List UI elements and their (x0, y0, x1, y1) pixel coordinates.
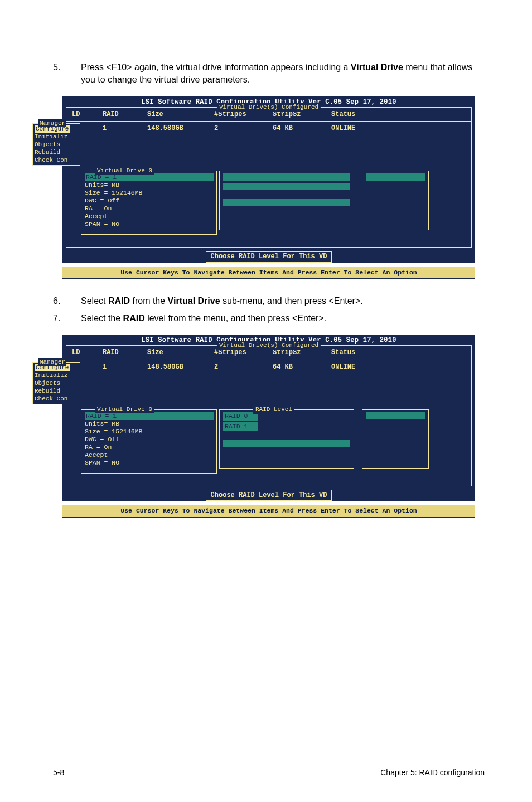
cell-size: 148.580GB (147, 124, 214, 133)
cell-stripes: 2 (214, 363, 273, 372)
green-bar (223, 440, 350, 447)
left-menu: Manager Configure Initializ Objects Rebu… (32, 362, 80, 404)
col-ld: LD (72, 348, 103, 357)
vd0-line: DWC = Off (85, 197, 119, 204)
step6-e: sub-menu, and then press <Enter>. (220, 296, 363, 306)
vd0-label: Virtual Drive 0 (95, 167, 154, 175)
vd0-line: SPAN = NO (85, 220, 119, 228)
green-bar (366, 412, 425, 419)
cell-status: ONLINE (331, 363, 381, 372)
col-size: Size (147, 348, 214, 357)
step6-text: Select RAID from the Virtual Drive sub-m… (81, 295, 485, 307)
bios-data-row: 0 1 148.580GB 2 64 KB ONLINE (66, 360, 471, 374)
virtual-drive-0-box: Virtual Drive 0 RAID = 1 Units= MB Size … (81, 171, 217, 235)
vd0-line: Accept (85, 212, 108, 220)
vd0-line: Units= MB (85, 181, 119, 189)
left-menu-item: Check Con (35, 395, 67, 402)
step5-bold: Virtual Drive (351, 62, 403, 72)
col-raid: RAID (103, 348, 147, 357)
vd0-line-selected: RAID = 1 (85, 412, 214, 420)
raid-option: RAID 1 (223, 422, 258, 431)
step6-a: Select (81, 296, 108, 306)
col-size: Size (147, 110, 214, 119)
green-bar (223, 183, 350, 190)
green-box-2 (362, 409, 429, 469)
cell-stripsz: 64 KB (273, 124, 331, 133)
bios-screenshot-2: LSI Software RAID Configuration Utility … (62, 335, 475, 518)
vd0-line-selected: RAID = 1 (85, 173, 214, 181)
step6-c: from the (130, 296, 168, 306)
vd0-line: DWC = Off (85, 436, 119, 443)
left-menu-title: Manager (38, 119, 66, 127)
vd0-line: Units= MB (85, 420, 119, 427)
green-box-1 (219, 171, 354, 230)
step5-number: 5. (53, 61, 81, 86)
bios-footer-bar: Use Cursor Keys To Navigate Between Item… (62, 505, 475, 516)
vd0-label: Virtual Drive 0 (95, 405, 154, 413)
step6-b: RAID (108, 296, 130, 306)
step6-d: Virtual Drive (168, 296, 220, 306)
step5-text: Press <F10> again, the virtual drive inf… (81, 61, 485, 86)
green-bar (223, 199, 350, 206)
bios-screenshot-1: LSI Software RAID Configuration Utility … (62, 96, 475, 279)
cell-status: ONLINE (331, 124, 381, 133)
vd0-line: Accept (85, 451, 108, 458)
bios-header-label: Virtual Drive(s) Configured (217, 103, 321, 112)
cell-raid: 1 (103, 363, 147, 372)
green-bar (366, 173, 425, 181)
prompt-box: Choose RAID Level For This VD (206, 490, 332, 501)
step7-c: level from the menu, and then press <Ent… (145, 313, 327, 323)
col-ld: LD (72, 110, 103, 119)
step7-text: Select the RAID level from the menu, and… (81, 312, 485, 325)
vd0-line: SPAN = NO (85, 459, 119, 466)
page-footer-right: Chapter 5: RAID configuration (380, 767, 485, 779)
vd0-line: Size = 152146MB (85, 189, 143, 196)
col-raid: RAID (103, 110, 147, 119)
left-menu-item: Objects (35, 380, 60, 386)
bios-header-label: Virtual Drive(s) Configured (217, 341, 321, 350)
green-bar (223, 173, 350, 181)
raid-level-label: RAID Level (253, 405, 294, 414)
step6-number: 6. (53, 295, 81, 307)
bios-footer-bar: Use Cursor Keys To Navigate Between Item… (62, 267, 475, 278)
vd0-line: RA = On (85, 443, 112, 451)
step7-b: RAID (123, 313, 145, 323)
prompt-box: Choose RAID Level For This VD (206, 251, 332, 263)
col-status: Status (331, 110, 381, 119)
col-status: Status (331, 348, 381, 357)
left-menu: Manager Configure Initializ Objects Rebu… (32, 123, 80, 166)
step5-a: Press <F10> again, the virtual drive inf… (81, 62, 351, 72)
cell-stripsz: 64 KB (273, 363, 331, 372)
left-menu-item: Rebuild (35, 149, 60, 156)
page-footer-left: 5-8 (53, 767, 64, 779)
vd0-line: Size = 152146MB (85, 428, 143, 435)
vd0-line: RA = On (85, 205, 112, 212)
green-box-2 (362, 171, 429, 230)
raid-level-box: RAID Level RAID 0 RAID 1 (219, 409, 354, 469)
left-menu-item: Rebuild (35, 388, 60, 394)
left-menu-item: Initializ (35, 372, 67, 379)
left-menu-item: Check Con (35, 157, 67, 163)
cell-size: 148.580GB (147, 363, 214, 372)
left-menu-item: Initializ (35, 133, 67, 140)
cell-raid: 1 (103, 124, 147, 133)
cell-stripes: 2 (214, 124, 273, 133)
virtual-drive-0-box: Virtual Drive 0 RAID = 1 Units= MB Size … (81, 409, 217, 474)
step7-a: Select the (81, 313, 123, 323)
bios-data-row: 0 1 148.580GB 2 64 KB ONLINE (66, 122, 471, 136)
left-menu-item: Objects (35, 141, 60, 148)
step7-number: 7. (53, 312, 81, 325)
left-menu-title: Manager (38, 358, 66, 366)
